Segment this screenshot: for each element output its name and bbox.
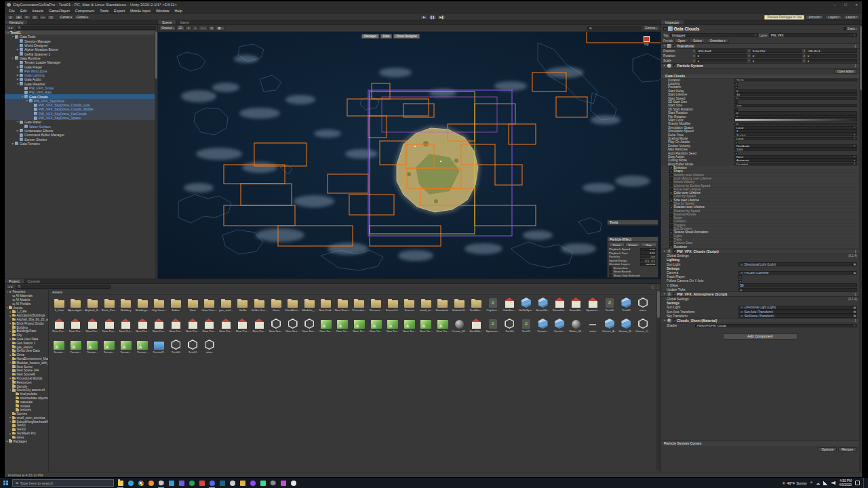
collapse-arrow-icon[interactable]: ▼ [663,64,666,67]
step-button[interactable]: ▶▌ [437,15,446,20]
action-center-icon[interactable] [855,481,860,485]
checkbox[interactable] [734,86,738,89]
asset-citygen[interactable]: #CityGen... [484,296,501,317]
asset-new-pre[interactable]: New Pre... [68,317,85,338]
pp-value-field[interactable]: 243 [640,256,656,259]
asset-new-pre[interactable]: New Pre... [201,317,218,338]
taskbar-search[interactable]: Type here to search [12,479,114,487]
asset-ocean-m[interactable]: Ocean_M... [451,317,468,338]
module-checkbox[interactable] [669,231,673,235]
module-checkbox[interactable] [669,199,673,202]
data-button[interactable]: Data [380,34,393,39]
show-desktop-button[interactable] [863,478,865,488]
project-tree-packages[interactable]: ▶Packages [5,439,48,443]
layer-dropdown[interactable]: PW_VFX▾ [769,33,857,37]
asset-scenecit[interactable]: SceneCit... [384,296,401,317]
center-toggle[interactable]: Center ▾ [58,15,74,20]
asset-new-pre[interactable]: New Pre... [167,317,184,338]
asset-test01[interactable]: Test01 [618,296,635,317]
asset-buildings[interactable]: Buildings... [134,296,151,317]
static-toggle[interactable]: Static▾ [844,27,857,30]
scale-tool-button[interactable]: ◱ [31,15,39,20]
asset-resourc[interactable]: Resourc... [368,296,384,317]
lighting-toggle-icon[interactable]: ☀ [185,26,192,30]
optimize-button[interactable]: Optimize [818,447,837,452]
module-checkbox[interactable] [669,206,673,209]
taskbar-app-8[interactable] [186,478,197,488]
asset-gena-use[interactable]: GeNa Use... [251,296,268,317]
dropdown-field[interactable]: Local▾ [734,137,857,140]
collapse-arrow-icon[interactable]: ▼ [663,319,666,322]
tab-console[interactable]: Console [24,279,44,283]
stop-button[interactable]: Stop [641,243,656,247]
component-enabled-checkbox[interactable] [673,293,676,296]
asset-modular[interactable]: Modular_... [301,296,318,317]
pp-value-field[interactable]: 0.5 - 0.2 [640,259,656,262]
taskbar-app-16[interactable] [268,478,278,488]
checkbox[interactable] [609,274,612,277]
asset-building[interactable]: Building [117,296,134,317]
number-field[interactable]: 30 [734,93,857,96]
asset-scenes[interactable]: Scenes [401,296,418,317]
module-checkbox[interactable] [669,191,673,195]
asset-city-gene[interactable]: City-Gene... [151,296,168,317]
taskbar-app-11[interactable] [217,478,227,488]
project-scrollbar[interactable] [656,290,660,470]
asset-new-scen[interactable]: New Scen... [334,296,351,317]
checkbox[interactable] [738,275,742,279]
asset-new-sce[interactable]: New Sce... [301,317,318,338]
audio-toggle-icon[interactable]: ♪ [193,26,198,30]
object-field[interactable]: ⊙SkyDome (Transform)◉ [738,314,857,318]
pause-button[interactable]: ▌▌ [429,15,437,20]
module-checkbox[interactable] [669,235,673,238]
asset-test01[interactable]: Test01 [184,338,201,359]
asset-new-pre[interactable]: New Pre... [251,317,268,338]
module-checkbox[interactable] [669,188,673,191]
asset-new-pre[interactable]: New Pre... [84,317,101,338]
asset-new-pre[interactable]: New Pre... [151,317,168,338]
asset-new-pre[interactable]: New Pre... [101,317,118,338]
gradient-field[interactable] [734,119,857,121]
rotation-z-field[interactable]: 0 [806,54,857,58]
effects-dropdown-icon[interactable]: ☼▾ [199,26,208,30]
tab-game[interactable]: Game [176,20,193,24]
module-checkbox[interactable] [669,166,673,169]
object-field[interactable]: ⊙Directional Light (Light)◉ [738,306,857,310]
checkbox[interactable] [734,100,738,104]
number-field[interactable]: 0 [734,123,857,126]
asset-terrain[interactable]: Terrain... [84,338,101,359]
menu-gameobject[interactable]: GameObject [46,8,73,14]
taskbar-app-4[interactable] [146,478,156,488]
asset-new-pre[interactable]: New Pre... [235,317,252,338]
transform-component-header[interactable]: ▼Transform⋮ [661,43,859,49]
asset-new-ter[interactable]: New Ter... [318,317,335,338]
shader-dropdown[interactable]: PWS/VFX/PW_Clouds▾ [695,324,857,327]
hierarchy-item-gaia-terrains[interactable]: ▶Gaia Terrains [5,142,155,146]
remove-button[interactable]: Remove [838,447,856,452]
transform-tool-button[interactable]: ◫ [47,15,55,20]
hierarchy-search[interactable] [16,26,156,30]
asset-1-cafe[interactable]: 1_Cafe [51,296,68,317]
menu-tools[interactable]: Tools [97,8,111,14]
global-toggle[interactable]: Global ▾ [75,15,90,20]
asset-smallho[interactable]: SmallHo... [468,317,485,338]
asset-editor[interactable]: Editor [167,296,184,317]
asset-spawner[interactable]: #Spawner... [484,317,501,338]
overrides-prefab-button[interactable]: Overrides ▾ [707,39,729,43]
component-menu-icon[interactable]: ⋮ [854,64,857,68]
component-enabled-checkbox[interactable] [673,64,676,68]
module-checkbox[interactable] [669,195,673,199]
open-editor-button[interactable]: Open Editor [834,69,857,74]
checkbox[interactable] [738,280,742,283]
asset-test00[interactable]: Test00 [501,317,518,338]
hierarchy-scrollbar[interactable] [155,30,157,279]
component-menu-icon[interactable]: ⋮ [854,249,857,253]
menu-export[interactable]: Export [111,8,127,14]
rect-tool-button[interactable]: ▭ [39,15,47,20]
rotation-y-field[interactable]: 0 [751,54,802,58]
number-field[interactable]: 50 [738,283,857,287]
asset-new-pre[interactable]: New Pre... [184,317,201,338]
pp-show-only-selected[interactable]: Show Only Selected [608,274,658,278]
collapse-arrow-icon[interactable]: ▼ [663,45,666,47]
taskbar-app-1[interactable] [115,478,125,488]
